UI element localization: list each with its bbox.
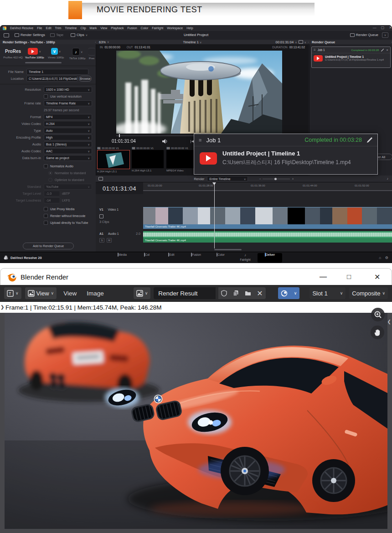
menu-fusion[interactable]: Fusion [128,26,137,30]
type-select[interactable]: Auto∨ [44,128,92,134]
render-queue-job[interactable]: ≡ Job 1 Completed in 00:03:28 ✕ Untitled… [311,47,391,68]
normalize-standard-radio[interactable] [48,171,52,175]
maximize-icon[interactable]: ▢ [381,26,385,30]
menu-workspace[interactable]: Workspace [167,26,183,30]
preset-scrollbar[interactable] [25,62,62,63]
fake-user-shield-icon[interactable] [218,287,230,299]
render-range-select[interactable]: Entire Timeline∨ [207,176,248,181]
target-loudness-input[interactable]: -14 [44,197,60,203]
image-name-field[interactable]: Render Result [154,287,216,299]
browse-image-select[interactable]: ∨ [133,287,151,300]
minimize-icon[interactable]: — [320,273,327,281]
edit-job-icon[interactable] [381,48,384,52]
menu-edit[interactable]: Edit [46,26,52,30]
solo-button[interactable]: S [99,238,104,243]
page-tab-color[interactable]: Color [208,253,233,256]
add-to-render-queue-button[interactable]: Add to Render Queue [23,243,74,249]
page-tab-deliver[interactable]: Deliver [258,253,282,263]
video-track-header[interactable]: V1 Video 1 [96,208,143,211]
pan-hand-button[interactable] [371,326,384,339]
audio-codec-select[interactable]: AAC∨ [44,148,92,154]
maximize-icon[interactable]: □ [347,273,351,280]
video-clip-label[interactable]: Titanfall Cinematic Trailer 4K.mp4 [143,224,392,229]
open-image-folder-icon[interactable] [242,287,254,299]
render-display-select[interactable]: ∨ [278,287,300,300]
menu-file[interactable]: File [37,26,42,30]
audio-clip-waveform[interactable] [143,231,392,238]
edit-job-icon[interactable] [366,137,373,143]
image-menu[interactable]: Image [83,290,108,297]
optimize-standard-radio[interactable] [48,178,52,182]
zoom-in-button[interactable] [371,308,385,321]
menu-color[interactable]: Color [141,26,149,30]
menu-clip[interactable]: Clip [81,26,86,30]
slot-select[interactable]: Slot 1∨ [309,287,346,300]
view-menu[interactable]: View [60,290,80,297]
job-drag-handle-icon[interactable]: ≡ [199,137,201,143]
format-select[interactable]: MP4∨ [44,114,92,120]
timeline-ruler[interactable]: 01:01:20:00 01:01:28:00 01:01:36:00 01:0… [143,182,392,191]
audio-select[interactable]: Bus 1 (Stereo)∨ [44,141,92,147]
display-mode-select[interactable]: View ∨ [25,287,57,300]
remove-job-icon[interactable]: ✕ [386,48,388,52]
menu-playback[interactable]: Playback [111,26,124,30]
resolution-select[interactable]: 1920 x 1080 HD∨ [44,87,92,93]
location-input[interactable]: C:\Users\프레스티지 16 Flip\Desktop [26,76,77,82]
preset-tiktok[interactable]: ♪∨ TikTok 1080p [67,48,88,60]
page-tab-fairlight[interactable]: ♪Fairlight [233,253,258,261]
audio-clip-label[interactable]: Titanfall Cinematic Trailer 4K.mp4 [143,238,392,243]
standard-select[interactable]: YouTube∨ [44,184,92,190]
job-drag-handle-icon[interactable]: ≡ [314,48,316,52]
data-burn-in-select[interactable]: Same as project∨ [44,155,92,161]
right-panel-toggle-icon[interactable]: ❮ [387,319,391,324]
close-icon[interactable]: ✕ [374,273,380,281]
page-tab-media[interactable]: Media [110,253,134,256]
timeline-scrollbar[interactable] [214,249,242,250]
timeline-zoom-slider[interactable]: − + [259,177,294,181]
close-icon[interactable]: ✕ [389,26,392,30]
save-icon[interactable] [299,40,303,44]
render-without-timecode-checkbox[interactable] [44,214,48,218]
duplicate-image-icon[interactable] [230,287,242,299]
video-preview[interactable] [116,51,282,134]
menu-timeline[interactable]: Timeline [65,26,77,30]
mute-button[interactable]: M [107,238,112,243]
proxy-media-checkbox[interactable] [44,207,48,211]
video-codec-select[interactable]: H.264∨ [44,121,92,127]
video-clip-filmstrip[interactable] [143,207,392,225]
viewer-timeline-select[interactable]: Timeline 1 ∨ [109,40,275,44]
timeline-options-icon[interactable] [98,177,103,181]
viewer-zoom-select[interactable]: 63%∨ [99,40,109,44]
render-layer-select[interactable]: Composite∨ [349,287,388,300]
menu-app[interactable]: DaVinci Resolve [10,26,33,30]
menu-fairlight[interactable]: Fairlight [152,26,163,30]
project-home-icon[interactable]: ⌂ [379,256,381,260]
video-track-lock[interactable] [96,214,143,219]
preset-youtube[interactable]: ∨ YouTube 1080p [24,48,45,59]
menu-help[interactable]: Help [186,26,193,30]
preset-prores[interactable]: ProRes ProRes 422 HQ [3,48,23,59]
preset-vimeo[interactable]: v∨ Vimeo 1080p [46,48,66,59]
preset-partial[interactable]: Pres [88,48,95,60]
clip-card-2[interactable]: 0200:00:00:00V1 H.264 High L5.1 [132,146,165,172]
minimize-icon[interactable]: — [373,26,377,30]
blender-viewport[interactable]: ❮ [0,313,392,533]
upload-youtube-checkbox[interactable] [44,221,48,225]
settings-gear-icon[interactable]: ⚙ [385,256,388,260]
clip-card-1[interactable]: 0100:00:00:00V1 H.264 High L5.1 [97,146,130,173]
audio-track-header[interactable]: A1 Audio 1 2.0 [96,232,143,235]
scrub-playhead[interactable] [119,134,120,137]
menu-mark[interactable]: Mark [90,26,97,30]
left-panel-toggle-icon[interactable]: ❯ [0,305,4,310]
file-name-input[interactable]: Timeline 1 [26,69,88,75]
viewer-timecode[interactable]: 00:01:31:04∨ ∨ ⋯ [276,40,311,44]
editor-type-select[interactable]: T ∨ [4,287,22,300]
page-tab-fusion[interactable]: Fusion [184,253,208,256]
page-tab-cut[interactable]: Cut [134,253,159,256]
encoding-profile-select[interactable]: High∨ [44,135,92,140]
audio-meters-icon[interactable]: ♪ [387,177,389,180]
render-queue-button[interactable]: Render Queue [350,33,378,37]
speaker-icon[interactable] [162,139,168,144]
menu-view[interactable]: View [100,26,107,30]
unlink-image-icon[interactable]: ✕ [254,287,266,299]
